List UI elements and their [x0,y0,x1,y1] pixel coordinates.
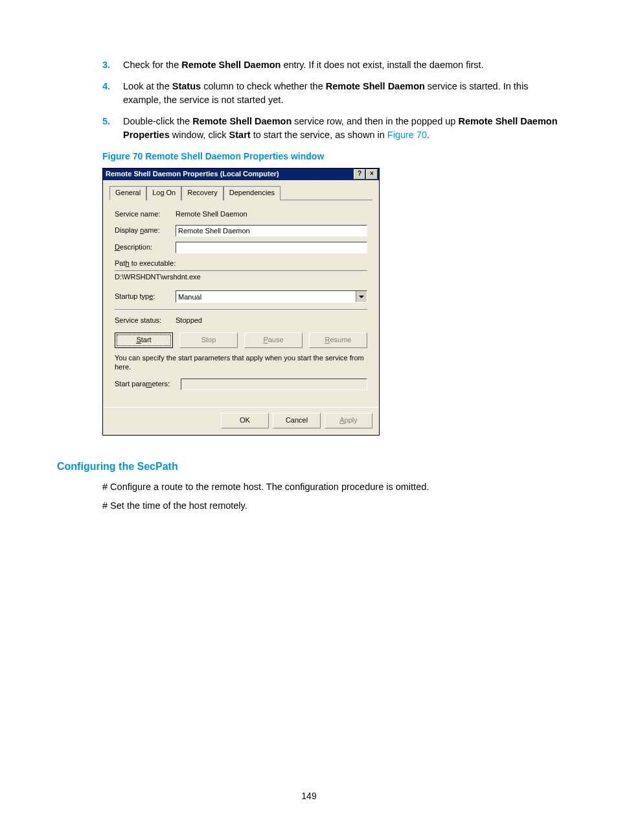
resume-button: Resume [309,332,367,348]
figure-caption: Figure 70 Remote Shell Daemon Properties… [102,150,561,163]
step-num: 5. [102,115,110,128]
pause-button: Pause [244,332,303,348]
tab-logon[interactable]: Log On [146,186,181,200]
service-status-label: Service status: [115,316,176,326]
step-4: 4. Look at the Status column to check wh… [102,80,561,107]
help-icon[interactable]: ? [354,169,365,180]
tabs: General Log On Recovery Dependencies [109,185,372,200]
apply-button: Apply [325,413,372,428]
ok-button[interactable]: OK [221,413,269,428]
service-name-label: Service name: [115,209,176,220]
tab-dependencies[interactable]: Dependencies [223,186,280,200]
step-5: 5. Double-click the Remote Shell Daemon … [102,115,561,142]
step-3: 3. Check for the Remote Shell Daemon ent… [102,58,561,72]
path-value: D:\WRSHDNT\wrshdnt.exe [115,270,367,283]
close-icon[interactable]: × [366,169,378,180]
startup-type-label: Startup type: [115,292,176,302]
step-num: 4. [102,80,110,93]
start-params-input [181,379,367,390]
description-input[interactable] [176,242,367,253]
figure-link[interactable]: Figure 70 [387,130,427,140]
section-heading: Configuring the SecPath [57,459,561,474]
chevron-down-icon[interactable] [356,291,367,302]
page-number: 149 [0,791,618,801]
paragraph: # Set the time of the host remotely. [102,499,561,513]
startup-type-select[interactable]: Manual [176,290,367,303]
display-name-input[interactable]: Remote Shell Daemon [176,225,367,237]
service-status-value: Stopped [176,316,202,326]
path-label: Path to executable: [115,259,367,269]
description-label: Description: [115,242,176,253]
divider [115,309,367,310]
cancel-button[interactable]: Cancel [273,413,321,428]
titlebar: Remote Shell Daemon Properties (Local Co… [103,169,379,180]
tab-recovery[interactable]: Recovery [181,186,223,200]
properties-dialog: Remote Shell Daemon Properties (Local Co… [102,168,380,435]
step-num: 3. [102,58,110,72]
display-name-label: Display name: [115,226,176,236]
start-params-label: Start parameters: [115,379,176,390]
paragraph: # Configure a route to the remote host. … [102,480,561,494]
tab-general[interactable]: General [109,186,146,200]
start-button[interactable]: Start [115,332,173,348]
stop-button: Stop [179,332,238,348]
service-name-value: Remote Shell Daemon [176,209,247,220]
start-params-note: You can specify the start parameters tha… [115,353,367,372]
dialog-title: Remote Shell Daemon Properties (Local Co… [106,169,279,180]
